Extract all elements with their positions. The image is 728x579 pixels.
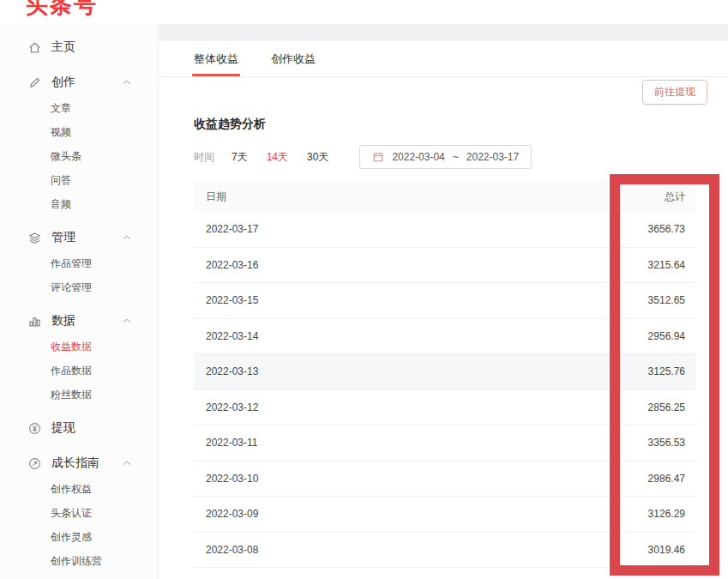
cell-total: 3126.29 — [550, 508, 695, 520]
tab-creation-revenue[interactable]: 创作收益 — [271, 41, 316, 76]
app-header: 头条号 — [0, 0, 728, 24]
column-header-total: 总计 — [550, 190, 695, 204]
table-row: 2022-03-12 2856.25 — [194, 390, 695, 426]
main-content: 整体收益 创作收益 前往提现 收益趋势分析 时间 7天 14天 30天 2022… — [159, 24, 728, 579]
table-row: 2022-03-13 3125.76 — [194, 354, 695, 390]
sidebar-item-microheadlines[interactable]: 微头条 — [0, 146, 158, 166]
table-row: 2022-03-15 3512.65 — [194, 283, 695, 319]
sidebar-item-growth-guide[interactable]: 成长指南 — [0, 451, 158, 475]
date-range-separator: ~ — [453, 151, 459, 163]
filter-30days[interactable]: 30天 — [307, 150, 328, 165]
money-icon — [27, 421, 42, 436]
sidebar-item-label: 管理 — [51, 230, 75, 245]
date-range-end: 2022-03-17 — [466, 151, 519, 163]
sidebar-item-articles[interactable]: 文章 — [0, 98, 158, 118]
sidebar-item-label: 创作 — [51, 75, 75, 90]
cell-total: 2856.25 — [550, 401, 695, 413]
date-range-picker[interactable]: 2022-03-04 ~ 2022-03-17 — [359, 145, 532, 169]
sidebar-item-content-data[interactable]: 作品数据 — [0, 360, 158, 381]
chevron-up-icon[interactable] — [122, 316, 132, 326]
cell-date: 2022-03-13 — [194, 365, 550, 377]
layers-icon — [27, 231, 42, 245]
cell-total: 3019.46 — [550, 544, 695, 556]
calendar-icon — [372, 151, 384, 163]
sidebar-item-certification[interactable]: 头条认证 — [0, 503, 158, 523]
cell-date: 2022-03-14 — [194, 330, 550, 342]
filter-14days[interactable]: 14天 — [267, 150, 288, 165]
sidebar-item-label: 提现 — [51, 420, 75, 436]
toolbar: 前往提现 — [159, 77, 728, 103]
filter-7days[interactable]: 7天 — [232, 150, 248, 165]
date-range-start: 2022-03-04 — [392, 151, 444, 163]
chevron-up-icon[interactable] — [122, 77, 132, 87]
sidebar-item-label: 成长指南 — [51, 455, 99, 471]
go-withdraw-button[interactable]: 前往提现 — [642, 80, 707, 105]
sidebar-item-inspiration[interactable]: 创作灵感 — [0, 527, 158, 547]
cell-total: 3215.64 — [550, 259, 695, 271]
cell-date: 2022-03-11 — [194, 437, 550, 449]
table-row: 2022-03-16 3215.64 — [194, 248, 695, 284]
sidebar-item-create[interactable]: 创作 — [0, 70, 158, 94]
cell-date: 2022-03-08 — [194, 544, 550, 556]
sidebar-item-withdraw[interactable]: 提现 — [0, 416, 158, 440]
sidebar: 主页 创作 文章 视频 微头条 问答 音频 管理 作品管理 评论管理 数据 收益… — [0, 24, 159, 579]
bar-chart-icon — [27, 314, 42, 329]
cell-total: 3356.53 — [550, 437, 695, 449]
chevron-up-icon[interactable] — [122, 458, 132, 468]
cell-date: 2022-03-16 — [194, 259, 550, 271]
table-row: 2022-03-11 3356.53 — [194, 425, 695, 461]
active-tab-underline — [192, 74, 240, 76]
table-row: 2022-03-14 2956.94 — [194, 319, 695, 355]
home-icon — [27, 40, 42, 55]
sidebar-item-audio[interactable]: 音频 — [0, 194, 158, 214]
cell-date: 2022-03-17 — [194, 223, 550, 235]
sidebar-item-home[interactable]: 主页 — [0, 35, 158, 59]
tab-label: 整体收益 — [194, 51, 238, 67]
column-header-date: 日期 — [194, 190, 550, 204]
cell-date: 2022-03-15 — [194, 294, 550, 306]
cell-total: 2956.94 — [550, 330, 695, 342]
section-title: 收益趋势分析 — [194, 117, 728, 132]
sidebar-item-label: 主页 — [51, 39, 75, 55]
tab-overall-revenue[interactable]: 整体收益 — [194, 41, 238, 76]
time-filter-label: 时间 — [194, 150, 214, 165]
sidebar-item-qa[interactable]: 问答 — [0, 170, 158, 190]
sidebar-item-videos[interactable]: 视频 — [0, 122, 158, 142]
sidebar-item-fans-data[interactable]: 粉丝数据 — [0, 384, 158, 405]
compass-icon — [27, 456, 42, 471]
cell-total: 3125.76 — [550, 365, 695, 377]
revenue-tabbar: 整体收益 创作收益 — [159, 41, 728, 77]
sidebar-item-revenue-data[interactable]: 收益数据 — [0, 336, 158, 357]
revenue-table: 日期 总计 2022-03-17 3656.73 2022-03-16 3215… — [194, 181, 695, 568]
sidebar-item-content-manage[interactable]: 作品管理 — [0, 253, 158, 274]
sidebar-item-label: 数据 — [51, 313, 75, 329]
chevron-up-icon[interactable] — [122, 232, 132, 243]
sidebar-item-creator-rights[interactable]: 创作权益 — [0, 479, 158, 499]
sidebar-item-manage[interactable]: 管理 — [0, 226, 158, 250]
table-row: 2022-03-09 3126.29 — [194, 497, 695, 533]
top-gray-band — [159, 24, 728, 41]
sidebar-item-data[interactable]: 数据 — [0, 309, 158, 333]
cell-total: 3656.73 — [550, 223, 695, 235]
cell-date: 2022-03-12 — [194, 401, 550, 413]
table-header-row: 日期 总计 — [194, 181, 695, 212]
sidebar-item-training-camp[interactable]: 创作训练营 — [0, 551, 158, 571]
pencil-icon — [27, 75, 42, 90]
time-filter-row: 时间 7天 14天 30天 2022-03-04 ~ 2022-03-17 — [194, 145, 728, 169]
tab-label: 创作收益 — [271, 51, 316, 67]
toutiao-logo: 头条号 — [26, 0, 98, 21]
cell-date: 2022-03-10 — [194, 473, 550, 485]
cell-total: 2986.47 — [550, 473, 695, 485]
table-row: 2022-03-10 2986.47 — [194, 461, 695, 498]
table-row: 2022-03-08 3019.46 — [194, 533, 695, 569]
table-row: 2022-03-17 3656.73 — [194, 212, 695, 248]
cell-date: 2022-03-09 — [194, 508, 550, 520]
sidebar-item-comment-manage[interactable]: 评论管理 — [0, 277, 158, 298]
cell-total: 3512.65 — [550, 294, 695, 306]
